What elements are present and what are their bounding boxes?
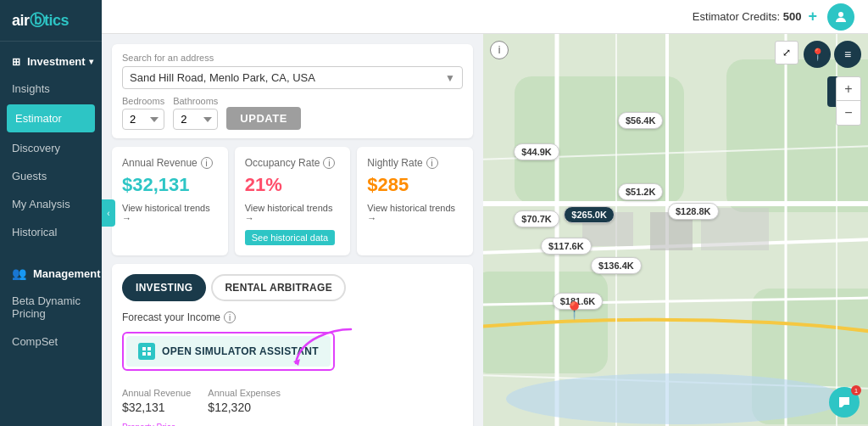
nightly-rate-card: Nightly Rate i $285 View historical tren…	[357, 147, 473, 255]
bathrooms-field: Bathrooms 2134	[173, 96, 218, 130]
income-row: Annual Revenue $32,131 Annual Expenses $…	[122, 388, 463, 414]
content-area: Search for an address ▼ Bedrooms 2134 Ba…	[102, 34, 868, 426]
left-panel: Search for an address ▼ Bedrooms 2134 Ba…	[102, 34, 483, 426]
price-tag-265k[interactable]: $265.0K	[564, 206, 615, 223]
rental-arbitrage-tab[interactable]: RENTAL ARBITRAGE	[211, 274, 346, 301]
map-location-button[interactable]: 📍	[804, 41, 831, 68]
chevron-down-icon: ▾	[89, 57, 93, 66]
sidebar-item-discovery[interactable]: Discovery	[0, 134, 102, 162]
logo: airⓑtics	[0, 0, 102, 42]
grid-icon: ⊞	[12, 56, 20, 68]
occupancy-rate-label: Occupancy Rate i	[245, 157, 341, 169]
map-pin: 📍	[564, 300, 585, 321]
map-info-button[interactable]: i	[490, 41, 509, 59]
see-historical-data-button[interactable]: See historical data	[245, 230, 336, 245]
people-icon: 👥	[12, 266, 26, 280]
simulator-section: OPEN SIMULATOR ASSISTANT	[122, 332, 463, 381]
bedrooms-label: Bedrooms	[122, 96, 164, 106]
property-price-field: Property Price $	[122, 423, 463, 426]
annual-expenses-value: $12,320	[208, 401, 281, 414]
dropdown-icon: ▼	[445, 72, 455, 84]
sidebar-item-estimator[interactable]: Estimator	[7, 104, 95, 132]
annual-revenue-info-icon[interactable]: i	[201, 157, 213, 169]
filter-row: Bedrooms 2134 Bathrooms 2134 UPDATE	[122, 96, 463, 130]
occupancy-rate-link[interactable]: View historical trends →	[245, 203, 341, 223]
bedrooms-select[interactable]: 2134	[122, 109, 164, 130]
annual-revenue-col-label: Annual Revenue	[122, 388, 191, 398]
sidebar-item-historical[interactable]: Historical	[0, 218, 102, 246]
annual-revenue-card: Annual Revenue i $32,131 View historical…	[112, 147, 228, 255]
svg-rect-2	[147, 347, 151, 350]
user-avatar[interactable]	[827, 3, 854, 31]
investment-label: Investment	[27, 55, 86, 68]
price-tag-128k[interactable]: $128.8K	[668, 203, 719, 220]
management-label: Management	[33, 267, 100, 280]
svg-rect-3	[142, 352, 146, 356]
occupancy-rate-card: Occupancy Rate i 21% View historical tre…	[235, 147, 351, 255]
price-tag-44k[interactable]: $44.9K	[514, 143, 559, 160]
credits-label: Estimator Credits: 500	[693, 10, 802, 23]
map-toolbar: 📍 ≡	[804, 41, 861, 68]
search-row: ▼	[122, 66, 463, 89]
occupancy-info-icon[interactable]: i	[323, 157, 335, 169]
annual-revenue-col-value: $32,131	[122, 401, 191, 414]
price-tag-136k[interactable]: $136.4K	[591, 257, 642, 274]
svg-rect-1	[142, 347, 146, 350]
annual-expenses-label: Annual Expenses	[208, 388, 281, 398]
map-expand-button[interactable]: ⤢	[775, 41, 798, 64]
investing-section: INVESTING RENTAL ARBITRAGE Forecast your…	[112, 264, 473, 426]
investing-tab[interactable]: INVESTING	[122, 274, 206, 301]
zoom-in-button[interactable]: +	[837, 77, 860, 101]
annual-revenue-col: Annual Revenue $32,131	[122, 388, 191, 414]
annual-revenue-value: $32,131	[122, 174, 218, 196]
beta-badge: Beta	[12, 294, 35, 307]
annual-expenses-col: Annual Expenses $12,320	[208, 388, 281, 414]
forecast-label: Forecast your Income i	[122, 311, 463, 323]
sidebar-item-guests[interactable]: Guests	[0, 162, 102, 190]
tab-row: INVESTING RENTAL ARBITRAGE	[122, 274, 463, 301]
map-list-button[interactable]: ≡	[834, 41, 861, 68]
search-input[interactable]	[130, 71, 445, 84]
svg-rect-4	[147, 352, 151, 356]
simulator-icon	[138, 343, 155, 360]
price-tag-56k[interactable]: $56.4K	[618, 112, 663, 129]
price-tag-70k[interactable]: $70.7K	[514, 210, 559, 227]
sidebar-item-dynamic-pricing[interactable]: Beta Dynamic Pricing	[0, 287, 102, 328]
management-section: 👥 Management ▾ Beta Dynamic Pricing Comp…	[0, 253, 102, 362]
forecast-info-icon[interactable]: i	[224, 311, 236, 323]
search-label: Search for an address	[122, 53, 463, 63]
zoom-out-button[interactable]: −	[837, 101, 860, 125]
investment-section: ⊞ Investment ▾ Insights Estimator Discov…	[0, 42, 102, 253]
bathrooms-select[interactable]: 2134	[173, 109, 218, 130]
svg-point-0	[838, 12, 843, 17]
chat-badge: 1	[851, 385, 861, 395]
annual-revenue-label: Annual Revenue i	[122, 157, 218, 169]
stats-row: Annual Revenue i $32,131 View historical…	[112, 147, 473, 255]
bathrooms-label: Bathrooms	[173, 96, 218, 106]
map-zoom-controls: + −	[836, 76, 861, 126]
bedrooms-field: Bedrooms 2134	[122, 96, 164, 130]
add-credits-button[interactable]: +	[808, 8, 817, 25]
sidebar-item-compset[interactable]: CompSet	[0, 328, 102, 356]
update-button[interactable]: UPDATE	[226, 107, 300, 130]
annual-revenue-link[interactable]: View historical trends →	[122, 203, 218, 223]
svg-point-24	[506, 373, 845, 424]
sidebar-item-my-analysis[interactable]: My Analysis	[0, 190, 102, 218]
right-panel: i 📍 ≡ ⤢ + − $44.9K $56.4K $51.2K $70.7K	[483, 34, 868, 426]
nightly-rate-label: Nightly Rate i	[367, 157, 463, 169]
chat-button[interactable]: 1	[829, 387, 860, 418]
price-tag-117k[interactable]: $117.6K	[541, 238, 592, 255]
main-content: Estimator Credits: 500 + Search for an a…	[102, 0, 868, 426]
management-section-header[interactable]: 👥 Management ▾	[0, 260, 102, 287]
nightly-rate-link[interactable]: View historical trends →	[367, 203, 463, 223]
nightly-rate-value: $285	[367, 174, 463, 196]
sidebar-item-insights[interactable]: Insights	[0, 75, 102, 103]
sidebar: airⓑtics ⊞ Investment ▾ Insights Estimat…	[0, 0, 102, 426]
nightly-rate-info-icon[interactable]: i	[426, 157, 438, 169]
occupancy-rate-value: 21%	[245, 174, 341, 196]
price-tag-51k[interactable]: $51.2K	[618, 183, 663, 200]
historical-btn-wrapper: See historical data	[245, 227, 341, 245]
sidebar-toggle[interactable]: ‹	[102, 199, 115, 227]
investment-section-header[interactable]: ⊞ Investment ▾	[0, 48, 102, 75]
arrow-decoration	[292, 325, 359, 371]
